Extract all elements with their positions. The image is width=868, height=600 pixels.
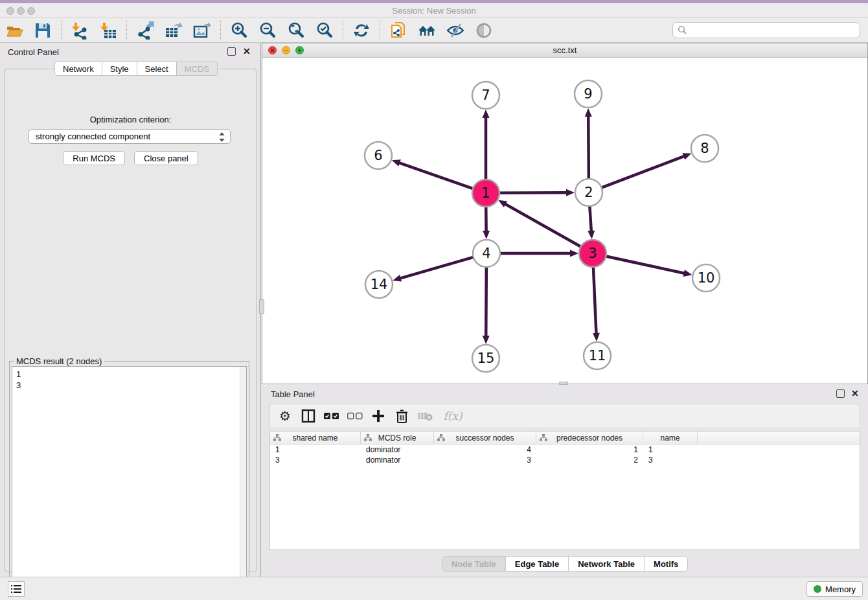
- graph-edge-3-11[interactable]: [593, 267, 597, 335]
- zoom-fit-icon[interactable]: [286, 21, 306, 40]
- graph-edge-4-14[interactable]: [399, 257, 474, 279]
- open-session-icon[interactable]: [5, 21, 24, 40]
- graph-node-label: 8: [700, 141, 709, 156]
- column-type-icon: [364, 434, 372, 441]
- graph-edge-arrowhead: [566, 189, 575, 196]
- clone-network-icon[interactable]: [389, 21, 408, 40]
- search-box[interactable]: [672, 22, 860, 38]
- graph-edge-arrowhead: [682, 153, 691, 159]
- float-panel-icon[interactable]: [227, 47, 236, 56]
- graph-edge-2-3[interactable]: [589, 206, 591, 233]
- tab-mcds[interactable]: MCDS: [177, 62, 218, 76]
- function-builder-icon[interactable]: f(x): [440, 408, 466, 424]
- optimization-criterion-select[interactable]: strongly connected component: [29, 129, 231, 144]
- zoom-out-icon[interactable]: [258, 21, 277, 40]
- tab-motifs[interactable]: Motifs: [645, 557, 687, 571]
- graph-edge-1-6[interactable]: [398, 163, 473, 189]
- graph-node-label: 7: [481, 87, 490, 103]
- network-graph[interactable]: 7968124314101511: [262, 58, 867, 384]
- result-scrollbar[interactable]: [240, 367, 246, 600]
- graph-edge-arrowhead: [393, 275, 402, 282]
- column-header-shared-name[interactable]: shared name: [270, 432, 361, 444]
- toolbar-separator: [126, 21, 127, 40]
- hide-selected-icon[interactable]: [446, 21, 465, 40]
- refresh-layout-icon[interactable]: [352, 21, 371, 40]
- graph-edge-arrowhead: [593, 333, 600, 341]
- graph-edge-arrowhead: [588, 231, 595, 239]
- graph-node-label: 3: [588, 246, 597, 261]
- show-all-icon[interactable]: [474, 21, 494, 40]
- graph-edge-arrowhead: [570, 250, 578, 257]
- tab-select[interactable]: Select: [137, 62, 177, 76]
- graph-edge-1-2[interactable]: [499, 192, 568, 193]
- select-all-columns-icon[interactable]: [323, 408, 340, 424]
- table-row[interactable]: 3 dominator 3 2 3: [270, 455, 860, 465]
- graph-edge-2-9[interactable]: [588, 115, 589, 179]
- zoom-in-icon[interactable]: [229, 21, 249, 40]
- column-type-icon: [437, 434, 445, 441]
- graph-edge-4-15[interactable]: [486, 267, 486, 338]
- add-column-icon[interactable]: [370, 408, 387, 424]
- optimization-criterion-label: Optimization criterion:: [5, 115, 256, 124]
- export-network-icon[interactable]: [135, 21, 155, 40]
- memory-button[interactable]: Memory: [806, 581, 863, 597]
- node-table: shared name MCDS role successor nodes pr…: [269, 431, 860, 550]
- graph-edge-arrowhead: [392, 159, 401, 166]
- table-row[interactable]: 1 dominator 4 1 1: [270, 444, 860, 455]
- tab-style[interactable]: Style: [102, 62, 137, 76]
- close-table-panel-icon[interactable]: ✕: [851, 389, 860, 398]
- network-window-titlebar[interactable]: ✕ − + scc.txt: [262, 43, 867, 58]
- table-column-headers: shared name MCDS role successor nodes pr…: [270, 432, 860, 444]
- graph-edge-3-10[interactable]: [606, 256, 686, 273]
- tab-edge-table[interactable]: Edge Table: [506, 557, 569, 571]
- graph-edge-3-1[interactable]: [504, 203, 581, 247]
- column-header-mcds-role[interactable]: MCDS role: [361, 432, 434, 444]
- close-panel-icon[interactable]: ✕: [243, 47, 251, 56]
- column-header-successor-nodes[interactable]: successor nodes: [434, 432, 536, 444]
- float-table-panel-icon[interactable]: [836, 389, 845, 398]
- first-neighbors-icon[interactable]: [417, 21, 437, 40]
- table-tabs: Node Table Edge Table Network Table Moti…: [442, 556, 689, 571]
- control-panel-title: Control Panel: [8, 47, 59, 57]
- mcds-result-text[interactable]: 1 3: [12, 366, 247, 600]
- column-type-icon: [273, 434, 281, 441]
- tab-network-table[interactable]: Network Table: [569, 557, 645, 571]
- column-panel-icon[interactable]: [300, 408, 317, 424]
- delete-column-trash-icon[interactable]: [393, 408, 410, 424]
- run-mcds-button[interactable]: Run MCDS: [63, 151, 125, 165]
- graph-node-label: 2: [584, 185, 593, 200]
- result-line: 3: [16, 380, 246, 391]
- network-view-window: ✕ − + scc.txt 7968124314101511: [262, 43, 868, 384]
- export-table-icon[interactable]: [164, 21, 183, 40]
- column-header-predecessor-nodes[interactable]: predecessor nodes: [536, 432, 643, 444]
- graph-edge-arrowhead: [483, 231, 490, 239]
- window-title: Session: New Session: [0, 6, 868, 16]
- toolbar-separator: [343, 21, 343, 40]
- import-table-icon[interactable]: [98, 21, 118, 40]
- table-settings-gear-icon[interactable]: ⚙: [277, 408, 293, 424]
- select-chevrons-icon: [218, 132, 225, 143]
- table-panel: Table Panel ✕ ⚙ f(x): [262, 386, 868, 577]
- network-canvas[interactable]: 7968124314101511: [262, 58, 867, 384]
- graph-edge-arrowhead: [683, 270, 692, 277]
- tab-network[interactable]: Network: [54, 62, 102, 76]
- save-session-icon[interactable]: [33, 21, 52, 40]
- export-image-icon[interactable]: [192, 21, 212, 40]
- import-network-icon[interactable]: [70, 21, 89, 40]
- mcds-panel: Network Style Select MCDS Optimization c…: [5, 69, 257, 572]
- close-panel-button[interactable]: Close panel: [134, 151, 198, 165]
- graph-edge-arrowhead: [483, 336, 490, 344]
- column-header-name[interactable]: name: [643, 432, 698, 444]
- zoom-selected-icon[interactable]: [315, 21, 334, 40]
- search-input[interactable]: [691, 24, 860, 37]
- delete-table-icon[interactable]: [417, 408, 433, 424]
- tab-node-table[interactable]: Node Table: [442, 557, 506, 571]
- vertical-splitter-handle[interactable]: [259, 299, 264, 314]
- network-resize-handle[interactable]: [559, 382, 568, 385]
- deselect-all-columns-icon[interactable]: [347, 408, 363, 424]
- table-panel-title: Table Panel: [271, 389, 315, 399]
- graph-node-label: 1: [481, 185, 490, 201]
- graph-edge-2-8[interactable]: [602, 156, 685, 187]
- optimization-criterion-value: strongly connected component: [36, 132, 150, 141]
- task-history-button[interactable]: [8, 581, 25, 597]
